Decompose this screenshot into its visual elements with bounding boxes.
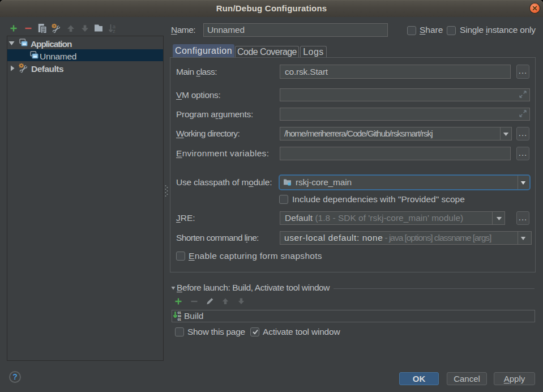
svg-text:01: 01 (178, 317, 182, 321)
svg-text:z: z (113, 28, 116, 34)
